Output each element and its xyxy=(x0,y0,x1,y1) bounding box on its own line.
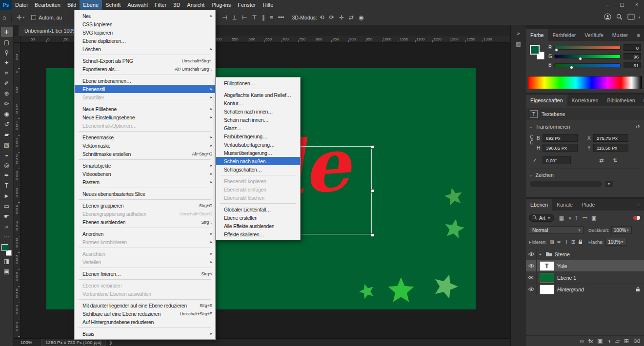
menubar-item-datei[interactable]: Datei xyxy=(12,0,31,10)
ebene-menu-item-formen-kombinieren[interactable]: Formen kombinieren▸ xyxy=(75,238,215,246)
layers-tab-ebenen[interactable]: Ebenen xyxy=(526,199,552,211)
distribute-center-icon[interactable]: ∥ xyxy=(260,14,267,21)
document-info[interactable]: 1280 Px x 720 Px (100 ppi) xyxy=(41,339,106,346)
properties-tab-bibliotheken[interactable]: Bibliotheken xyxy=(603,95,639,106)
ebene-menu-item-rastern[interactable]: Rastern▸ xyxy=(75,178,215,186)
flip-vertical-icon[interactable]: ⇅ xyxy=(613,157,617,164)
layer-row-ebene-1[interactable]: Ebene 1 xyxy=(526,272,644,284)
edit-toolbar-icon[interactable]: ⋯ xyxy=(1,231,13,242)
selection-handle[interactable] xyxy=(371,145,374,149)
filter-type-layers-icon[interactable]: T xyxy=(573,215,581,221)
width-field[interactable]: 692 Px xyxy=(543,134,578,142)
layer-thumbnail[interactable]: T xyxy=(540,261,554,271)
link-layers-icon[interactable]: ∞ xyxy=(580,338,584,345)
menubar-item-bearbeiten[interactable]: Bearbeiten xyxy=(31,0,64,10)
chevron-down-icon[interactable]: ⌄ xyxy=(526,124,536,129)
ebene-menu-item-smartobjekte[interactable]: Smartobjekte▸ xyxy=(75,161,215,170)
ebenenstil-submenu-item-schlagschatten[interactable]: Schlagschatten… xyxy=(216,165,300,173)
roll-3d-icon[interactable]: ⟳ xyxy=(327,14,337,21)
ebene-menu-item-auf-hintergrundebene-reduzieren[interactable]: Auf Hintergrundebene reduzieren xyxy=(75,318,215,326)
delete-layer-icon[interactable]: ⌧ xyxy=(633,338,640,345)
layer-thumbnail[interactable] xyxy=(540,273,554,283)
menubar-item-bild[interactable]: Bild xyxy=(64,0,80,10)
ebene-menu-item-ebeneninhalt-optionen[interactable]: Ebeneninhalt-Optionen… xyxy=(75,121,215,130)
channel-b-slider[interactable] xyxy=(554,63,621,67)
opacity-field[interactable]: 100% ▼ xyxy=(611,226,632,234)
ebene-menu-item-ebene-duplizieren[interactable]: Ebene duplizieren… xyxy=(75,37,215,45)
lock-transparent-icon[interactable]: ▨ xyxy=(548,239,555,245)
ebenenstil-submenu-item-effekte-skalieren[interactable]: Effekte skalieren… xyxy=(216,230,300,238)
layers-tab-pfade[interactable]: Pfade xyxy=(577,199,599,211)
character-section-header[interactable]: ⌄ Zeichen xyxy=(526,171,644,179)
ebene-menu-item-ebenen-fixieren[interactable]: Ebenen fixieren…Strg+/ xyxy=(75,269,215,278)
hand-tool[interactable]: ☛ xyxy=(1,211,13,221)
menubar-item-fenster[interactable]: Fenster xyxy=(234,0,259,10)
path-selection-tool[interactable]: ► xyxy=(1,191,13,201)
menubar-item-ansicht[interactable]: Ansicht xyxy=(183,0,208,10)
properties-tab-korrekturen[interactable]: Korrekturen xyxy=(567,95,603,106)
foreground-color-chip[interactable] xyxy=(530,45,540,55)
rectangular-marquee-tool[interactable]: ▢ xyxy=(1,37,13,47)
ebene-menu-item-sichtbare-auf-eine-ebene-reduzieren[interactable]: Sichtbare auf eine Ebene reduzierenUmsch… xyxy=(75,309,215,318)
ebene-menu-item-smartfilter[interactable]: Smartfilter▸ xyxy=(75,93,215,101)
layer-row-sterne[interactable]: ▸Sterne xyxy=(526,249,644,260)
menubar-item-auswahl[interactable]: Auswahl xyxy=(124,0,151,10)
ebene-menu-item-ausrichten[interactable]: Ausrichten▸ xyxy=(75,250,215,258)
menubar-item-hilfe[interactable]: Hilfe xyxy=(259,0,277,10)
lock-all-icon[interactable] xyxy=(577,239,584,245)
selection-handle[interactable] xyxy=(371,189,374,192)
document-tab[interactable]: Unbenannt-1 bei 100% xyxy=(19,25,82,36)
ebene-menu-item-neue-füllebene[interactable]: Neue Füllebene▸ xyxy=(75,105,215,113)
color-spectrum-ramp[interactable] xyxy=(528,76,642,89)
ebene-menu-item-ebenen-ausblenden[interactable]: Ebenen ausblendenStrg+, xyxy=(75,218,215,226)
lock-position-icon[interactable]: ✛ xyxy=(563,239,569,245)
ebenenstil-submenu-item-globaler-lichteinfall[interactable]: Globaler Lichteinfall… xyxy=(216,205,300,213)
eyedropper-tool[interactable]: ✐ xyxy=(1,78,13,88)
slider-handle[interactable] xyxy=(555,48,558,52)
height-field[interactable]: 398,65 Px xyxy=(543,144,578,152)
ebene-menu-item-ebenengruppierung-aufheben[interactable]: Ebenengruppierung aufhebenUmschalt+Strg+… xyxy=(75,210,215,218)
new-group-icon[interactable]: ▱ xyxy=(615,338,620,345)
layers-tab-kanäle[interactable]: Kanäle xyxy=(552,199,577,211)
ebenenstil-submenu-item-schatten-nach-innen[interactable]: Schatten nach innen… xyxy=(216,107,300,115)
menubar-item-filter[interactable]: Filter xyxy=(151,0,170,10)
color-tab-farbe[interactable]: Farbe xyxy=(526,29,548,41)
pen-tool[interactable]: ✒ xyxy=(1,170,13,180)
auto-select-checkbox[interactable] xyxy=(31,15,36,20)
ebene-menu-item-mit-darunter-liegender-auf-eine-ebene-reduzieren[interactable]: Mit darunter liegender auf eine Ebene re… xyxy=(75,301,215,309)
ebene-menu-item-ebenen-verbinden[interactable]: Ebenen verbinden xyxy=(75,281,215,289)
fill-field[interactable]: 100% ▼ xyxy=(605,238,626,246)
group-expander-icon[interactable]: ▸ xyxy=(538,252,543,256)
ebenenstil-submenu-item-verlaufsüberlagerung[interactable]: Verlaufsüberlagerung… xyxy=(216,140,300,149)
ebene-menu-item-löschen[interactable]: Löschen▸ xyxy=(75,45,215,53)
ebenenstil-submenu-item-farbüberlagerung[interactable]: Farbüberlagerung… xyxy=(216,132,300,140)
slide-3d-icon[interactable]: ⇄ xyxy=(346,14,356,21)
ebene-menu-item-svg-kopieren[interactable]: SVG kopieren xyxy=(75,28,215,37)
ebenenstil-submenu-item-ebenenstil-einfügen[interactable]: Ebenenstil einfügen xyxy=(216,185,300,193)
flip-horizontal-icon[interactable]: ⇄ xyxy=(599,157,604,164)
ebene-menu-item-vektormaske[interactable]: Vektormaske▸ xyxy=(75,141,215,150)
rotation-field[interactable]: 0,00° xyxy=(543,156,571,164)
menubar-item-schrift[interactable]: Schrift xyxy=(102,0,124,10)
ebene-menu-item-verbundene-ebenen-auswählen[interactable]: Verbundene Ebenen auswählen xyxy=(75,289,215,298)
color-swatches[interactable] xyxy=(1,244,12,256)
layer-thumbnail[interactable] xyxy=(540,285,554,294)
minimize-button[interactable]: – xyxy=(600,0,615,10)
properties-tab-eigenschaften[interactable]: Eigenschaften xyxy=(526,95,567,106)
visibility-eye-icon[interactable] xyxy=(526,249,537,260)
slider-handle[interactable] xyxy=(570,66,573,69)
slider-handle[interactable] xyxy=(579,57,582,60)
zoom-level[interactable]: 100% xyxy=(20,340,32,345)
crop-tool[interactable]: ⌗ xyxy=(1,68,13,78)
close-button[interactable]: × xyxy=(629,0,644,10)
color-tab-verläufe[interactable]: Verläufe xyxy=(580,29,608,41)
filter-shape-layers-icon[interactable]: ▭ xyxy=(581,215,589,221)
camera-3d-icon[interactable]: ◉ xyxy=(356,14,366,21)
visibility-eye-icon[interactable] xyxy=(526,260,537,271)
layer-filter-toggle[interactable] xyxy=(633,216,640,220)
expand-panels-icon[interactable]: » xyxy=(517,30,520,36)
ebene-menu-item-css-kopieren[interactable]: CSS kopieren xyxy=(75,20,215,28)
x-field[interactable]: 275,75 Px xyxy=(593,134,628,142)
menubar-item-plug-ins[interactable]: Plug-ins xyxy=(208,0,234,10)
share-user-icon[interactable] xyxy=(604,13,611,21)
